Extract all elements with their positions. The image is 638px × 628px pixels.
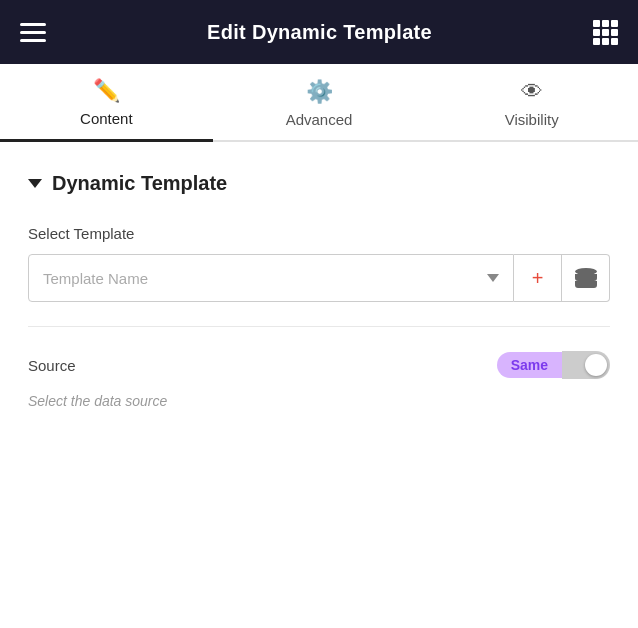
template-dropdown-placeholder: Template Name xyxy=(43,270,148,287)
tab-content-label: Content xyxy=(80,110,133,127)
source-row: Source Same xyxy=(28,351,610,379)
source-label: Source xyxy=(28,357,76,374)
tab-content[interactable]: ✏️ Content xyxy=(0,64,213,142)
gear-icon: ⚙️ xyxy=(306,79,333,105)
template-dropdown[interactable]: Template Name xyxy=(28,254,514,302)
source-toggle-wrapper: Same xyxy=(497,351,610,379)
section-header: Dynamic Template xyxy=(28,172,610,195)
database-button[interactable] xyxy=(562,254,610,302)
tab-visibility-label: Visibility xyxy=(505,111,559,128)
toggle-thumb xyxy=(585,354,607,376)
database-icon xyxy=(575,268,597,288)
template-selector-row: Template Name + xyxy=(28,254,610,302)
hamburger-menu-button[interactable] xyxy=(20,23,46,42)
data-source-hint: Select the data source xyxy=(28,393,610,409)
eye-icon: 👁 xyxy=(521,79,543,105)
dropdown-arrow-icon xyxy=(487,274,499,282)
tab-advanced-label: Advanced xyxy=(286,111,353,128)
collapse-chevron-icon[interactable] xyxy=(28,179,42,188)
add-template-button[interactable]: + xyxy=(514,254,562,302)
toggle-same-label: Same xyxy=(497,352,562,378)
main-content: Dynamic Template Select Template Templat… xyxy=(0,142,638,439)
pencil-icon: ✏️ xyxy=(93,78,120,104)
app-header: Edit Dynamic Template xyxy=(0,0,638,64)
source-toggle[interactable] xyxy=(562,351,610,379)
page-title: Edit Dynamic Template xyxy=(207,21,432,44)
section-title: Dynamic Template xyxy=(52,172,227,195)
tab-bar: ✏️ Content ⚙️ Advanced 👁 Visibility xyxy=(0,64,638,142)
tab-visibility[interactable]: 👁 Visibility xyxy=(425,64,638,140)
field-label-select-template: Select Template xyxy=(28,225,610,242)
tab-advanced[interactable]: ⚙️ Advanced xyxy=(213,64,426,140)
section-divider xyxy=(28,326,610,327)
apps-grid-button[interactable] xyxy=(593,20,618,45)
